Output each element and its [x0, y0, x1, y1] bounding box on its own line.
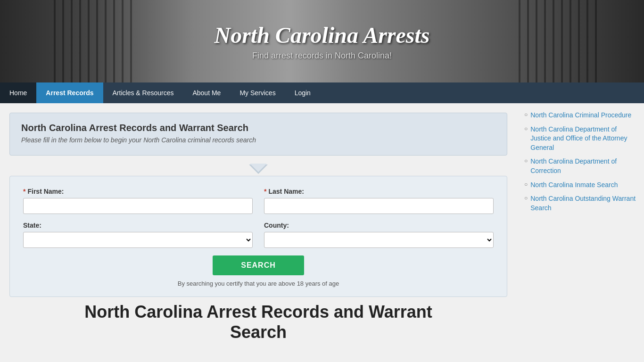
county-select[interactable] [264, 232, 494, 248]
state-label: State: [23, 222, 253, 229]
list-item: North Carolina Outstanding Warrant Searc… [524, 194, 636, 213]
search-btn-wrapper: SEARCH [23, 255, 494, 275]
last-name-input[interactable] [264, 198, 494, 214]
list-item: North Carolina Inmate Search [524, 181, 636, 190]
main-nav: Home Arrest Records Articles & Resources… [0, 82, 644, 103]
nav-services[interactable]: My Services [230, 82, 285, 103]
first-name-group: *First Name: [23, 188, 253, 214]
nav-about[interactable]: About Me [183, 82, 230, 103]
bottom-heading: North Carolina Arrest Records and Warran… [9, 302, 507, 342]
last-name-group: *Last Name: [264, 188, 494, 214]
first-name-label: *First Name: [23, 188, 253, 195]
site-title: North Carolina Arrests [214, 22, 429, 48]
search-button[interactable]: SEARCH [213, 255, 304, 275]
sidebar: North Carolina Criminal Procedure North … [517, 103, 644, 352]
county-group: County: [264, 222, 494, 248]
nav-login[interactable]: Login [285, 82, 320, 103]
name-row: *First Name: *Last Name: [23, 188, 494, 214]
header-bars-left [47, 0, 132, 82]
nav-arrest-records[interactable]: Arrest Records [36, 82, 103, 103]
sidebar-link-criminal-procedure[interactable]: North Carolina Criminal Procedure [530, 111, 631, 120]
main-content: North Carolina Arrest Records and Warran… [0, 103, 517, 352]
card-pointer [9, 165, 507, 176]
header-bars-right [512, 0, 597, 82]
state-group: State: [23, 222, 253, 248]
search-card-subtitle: Please fill in the form below to begin y… [21, 136, 495, 144]
sidebar-link-warrant[interactable]: North Carolina Outstanding Warrant Searc… [530, 194, 636, 213]
site-subtitle: Find arrest records in North Carolina! [214, 51, 429, 61]
first-name-input[interactable] [23, 198, 253, 214]
list-item: North Carolina Criminal Procedure [524, 111, 636, 120]
nav-articles[interactable]: Articles & Resources [103, 82, 183, 103]
state-select[interactable] [23, 232, 253, 248]
sidebar-link-doc[interactable]: North Carolina Department of Correction [530, 157, 636, 175]
last-name-label: *Last Name: [264, 188, 494, 195]
list-item: North Carolina Department of Correction [524, 157, 636, 175]
site-header: North Carolina Arrests Find arrest recor… [0, 0, 644, 82]
main-layout: North Carolina Arrest Records and Warran… [0, 103, 644, 352]
sidebar-link-inmate[interactable]: North Carolina Inmate Search [530, 181, 618, 190]
required-star-last: * [264, 188, 266, 195]
search-header-card: North Carolina Arrest Records and Warran… [9, 113, 507, 156]
bottom-heading-line2: Search [230, 322, 287, 342]
bottom-heading-line1: North Carolina Arrest Records and Warran… [84, 302, 432, 321]
age-notice: By searching you certify that you are ab… [23, 280, 494, 287]
nav-home[interactable]: Home [0, 82, 36, 103]
sidebar-link-doj[interactable]: North Carolina Department of Justice and… [530, 125, 636, 153]
location-row: State: County: [23, 222, 494, 248]
list-item: North Carolina Department of Justice and… [524, 125, 636, 153]
county-label: County: [264, 222, 494, 229]
search-form-card: *First Name: *Last Name: State: [9, 176, 507, 297]
sidebar-link-list: North Carolina Criminal Procedure North … [524, 111, 636, 213]
search-card-title: North Carolina Arrest Records and Warran… [21, 123, 495, 133]
required-star-first: * [23, 188, 25, 195]
